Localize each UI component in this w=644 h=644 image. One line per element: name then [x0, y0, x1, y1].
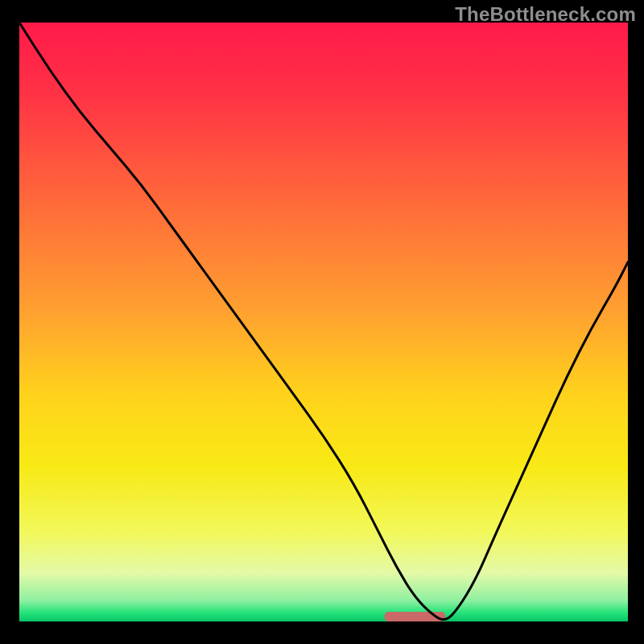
watermark-text: TheBottleneck.com	[455, 3, 636, 26]
chart-stage: TheBottleneck.com	[0, 0, 644, 644]
bottleneck-chart	[0, 0, 644, 644]
plot-background	[19, 23, 628, 621]
